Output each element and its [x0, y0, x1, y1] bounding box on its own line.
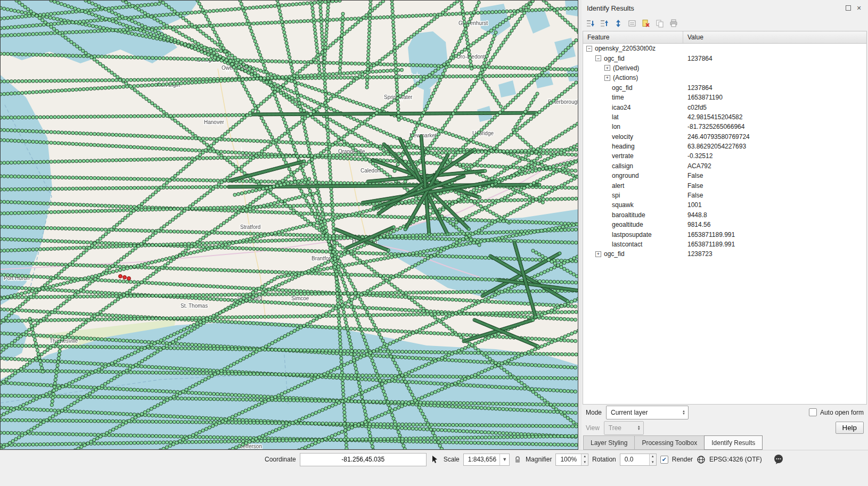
- map-area: [0, 0, 578, 450]
- feature-column-header[interactable]: Feature: [583, 31, 683, 43]
- edit-form-icon[interactable]: [627, 19, 637, 28]
- tree-row[interactable]: vertrate-0.32512: [583, 151, 866, 161]
- render-checkbox[interactable]: ✔: [660, 456, 668, 464]
- window-edge: [0, 468, 868, 486]
- collapse-expander-icon[interactable]: −: [595, 55, 601, 61]
- help-button[interactable]: Help: [836, 422, 864, 434]
- identify-table: Feature Value −opensky_220530t00z−ogc_fi…: [583, 31, 867, 405]
- expand-expander-icon[interactable]: +: [595, 251, 601, 257]
- tree-row[interactable]: alertFalse: [583, 180, 866, 190]
- mouse-position-icon[interactable]: [430, 455, 440, 464]
- tree-row[interactable]: ongroundFalse: [583, 171, 866, 180]
- map-canvas[interactable]: [1, 1, 578, 449]
- tree-row[interactable]: −opensky_220530t00z: [583, 44, 866, 53]
- tab-identify-results[interactable]: Identify Results: [704, 435, 763, 450]
- tree-row[interactable]: lon-81.7325265066964: [583, 122, 866, 131]
- spinner-arrows-icon[interactable]: ▲▼: [581, 454, 588, 465]
- tree-row[interactable]: ogc_fid1237864: [583, 83, 866, 93]
- feature-label: heading: [612, 143, 635, 150]
- feature-label: callsign: [612, 162, 633, 170]
- feature-label: spi: [612, 192, 620, 199]
- tree-row[interactable]: geoaltitude9814.56: [583, 220, 866, 229]
- feature-label: ogc_fid: [604, 55, 625, 62]
- feature-label: baroaltitude: [612, 211, 645, 219]
- feature-value: False: [683, 192, 866, 199]
- mode-value: Current layer: [611, 409, 648, 416]
- status-bar: Coordinate Scale 1:843,656 ▼ Magnifier 1…: [0, 450, 868, 468]
- dropdown-arrow-icon: ▼: [499, 454, 509, 465]
- feature-value: 1237864: [683, 84, 866, 92]
- messages-icon[interactable]: [773, 454, 784, 465]
- feature-value: ACA792: [683, 162, 866, 170]
- view-value: Tree: [609, 424, 621, 432]
- tree-row[interactable]: lastcontact1653871189.991: [583, 240, 866, 249]
- expand-new-results-icon[interactable]: [613, 19, 623, 28]
- render-label: Render: [672, 456, 693, 463]
- view-combobox[interactable]: Tree ▲▼: [604, 421, 644, 435]
- tree-row[interactable]: callsignACA792: [583, 161, 866, 171]
- scale-value: 1:843,656: [468, 456, 496, 463]
- expand-expander-icon[interactable]: +: [604, 65, 610, 71]
- tree-row[interactable]: icao24c02fd5: [583, 102, 866, 112]
- feature-value: 1653871189.991: [683, 231, 866, 238]
- tree-row[interactable]: spiFalse: [583, 191, 866, 200]
- auto-open-form-checkbox[interactable]: [809, 408, 817, 416]
- mode-label: Mode: [586, 409, 602, 416]
- auto-open-form-label: Auto open form: [820, 409, 864, 416]
- mode-row: Mode Current layer ▲▼ Auto open form: [582, 405, 868, 420]
- coordinate-input[interactable]: [300, 453, 427, 466]
- tree-row[interactable]: +(Actions): [583, 73, 866, 83]
- feature-label: lastcontact: [612, 241, 642, 248]
- print-results-icon[interactable]: [669, 19, 678, 28]
- collapse-expander-icon[interactable]: −: [586, 46, 592, 52]
- value-column-header[interactable]: Value: [683, 31, 866, 43]
- expand-expander-icon[interactable]: +: [604, 75, 610, 81]
- scale-lock-icon[interactable]: [513, 455, 522, 464]
- tree-row[interactable]: −ogc_fid1237864: [583, 53, 866, 63]
- tree-row[interactable]: squawk1001: [583, 200, 866, 210]
- close-panel-icon[interactable]: ✕: [855, 4, 863, 12]
- feature-value: 1653871190: [683, 94, 866, 101]
- mode-combobox[interactable]: Current layer ▲▼: [606, 406, 689, 419]
- magnifier-label: Magnifier: [526, 456, 552, 463]
- tab-layer-styling[interactable]: Layer Styling: [583, 435, 635, 450]
- crs-globe-icon[interactable]: [697, 455, 706, 464]
- feature-label: onground: [612, 172, 639, 179]
- tab-processing-toolbox[interactable]: Processing Toolbox: [634, 435, 705, 450]
- panel-title-bar: Identify Results ✕: [582, 0, 868, 16]
- view-row: View Tree ▲▼ Help: [582, 420, 868, 435]
- qgis-window: Identify Results ✕: [0, 0, 868, 486]
- feature-label: lat: [612, 113, 619, 121]
- tree-row[interactable]: +(Derived): [583, 63, 866, 73]
- feature-label: time: [612, 94, 624, 101]
- copy-results-icon[interactable]: [655, 19, 665, 28]
- expand-tree-icon[interactable]: [586, 19, 595, 28]
- scale-combobox[interactable]: 1:843,656 ▼: [463, 454, 510, 466]
- feature-value: -81.7325265066964: [683, 123, 866, 130]
- tree-row[interactable]: +ogc_fid1238723: [583, 249, 866, 259]
- collapse-tree-icon[interactable]: [600, 19, 609, 28]
- clear-results-icon[interactable]: [641, 19, 651, 28]
- float-panel-icon[interactable]: [845, 4, 852, 12]
- crs-label[interactable]: EPSG:4326 (OTF): [709, 456, 762, 463]
- combo-arrows-icon: ▲▼: [637, 425, 641, 431]
- magnifier-spinner[interactable]: 100% ▲▼: [555, 454, 588, 466]
- feature-value: 1001: [683, 201, 866, 209]
- magnifier-value: 100%: [560, 456, 577, 463]
- feature-value: 42.9815415204582: [683, 113, 866, 121]
- feature-value: 63.86292054227693: [683, 143, 866, 150]
- tree-row[interactable]: lastposupdate1653871189.991: [583, 229, 866, 239]
- tree-row[interactable]: heading63.86292054227693: [583, 142, 866, 151]
- panel-tabs: Layer StylingProcessing ToolboxIdentify …: [582, 435, 868, 450]
- identify-toolbar: [582, 16, 868, 31]
- tree-row[interactable]: time1653871190: [583, 93, 866, 102]
- feature-value: 9814.56: [683, 221, 866, 228]
- rotation-spinner[interactable]: 0.0 ▲▼: [620, 454, 657, 466]
- tree-row[interactable]: baroaltitude9448.8: [583, 210, 866, 220]
- scale-label: Scale: [444, 456, 460, 463]
- combo-arrows-icon: ▲▼: [682, 410, 685, 415]
- tree-row[interactable]: lat42.9815415204582: [583, 112, 866, 122]
- tree-row[interactable]: velocity246.40793580769724: [583, 132, 866, 142]
- spinner-arrows-icon[interactable]: ▲▼: [649, 454, 656, 465]
- feature-value: 1238723: [683, 250, 866, 258]
